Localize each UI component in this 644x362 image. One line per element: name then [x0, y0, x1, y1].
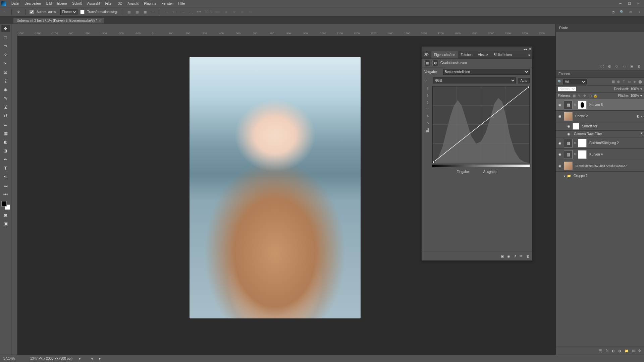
- lasso-tool[interactable]: ⊃: [1, 42, 10, 50]
- layer-name[interactable]: Kurven 5: [588, 103, 643, 107]
- layer-mask-thumb[interactable]: [578, 150, 587, 159]
- filter-entry-row[interactable]: ◉ Camera Raw-Filter ⊼: [556, 131, 644, 137]
- input-ramp[interactable]: [432, 165, 530, 167]
- visibility-icon[interactable]: ◉: [557, 153, 562, 156]
- menu-item[interactable]: Bild: [44, 2, 55, 5]
- quickmask-tool[interactable]: ◙: [1, 211, 10, 219]
- wand-tool[interactable]: ✧: [1, 51, 10, 58]
- cloud-docs-icon[interactable]: ◔: [610, 9, 616, 15]
- view-previous-icon[interactable]: ◉: [507, 254, 510, 258]
- filter-shape-icon[interactable]: ▭: [622, 64, 627, 69]
- transform-controls-checkbox[interactable]: [80, 10, 85, 14]
- filter-adjust-icon[interactable]: ◐: [607, 64, 612, 69]
- filter-pixel-icon[interactable]: ◯: [600, 64, 604, 69]
- mask-icon[interactable]: ◐: [612, 349, 615, 353]
- filter-smart-icon[interactable]: ▣: [629, 64, 634, 69]
- fx-icon[interactable]: fx: [606, 349, 608, 353]
- filter-blend-icon[interactable]: ⊼: [640, 132, 643, 136]
- histogram-icon[interactable]: ▟: [426, 128, 429, 132]
- layer-filter-type[interactable]: Art: [563, 79, 587, 84]
- expand-icon[interactable]: ▸: [564, 174, 566, 178]
- blur-tool[interactable]: ◐: [1, 138, 10, 145]
- edit-toolbar[interactable]: •••: [1, 190, 10, 198]
- group-icon[interactable]: 📁: [625, 349, 629, 353]
- align-top-icon[interactable]: ⊤: [164, 9, 169, 15]
- menu-item[interactable]: Ansicht: [125, 2, 142, 5]
- visibility-icon[interactable]: ◉: [557, 103, 562, 107]
- panel-tab-properties[interactable]: Eigenschaften: [431, 51, 458, 58]
- zoom-value[interactable]: 37,14%: [3, 357, 23, 360]
- menu-item[interactable]: 3D: [115, 2, 125, 5]
- sample-gray-icon[interactable]: ⁒: [427, 93, 429, 97]
- smartfilter-row[interactable]: ◉ Smartfilter: [556, 122, 644, 131]
- more-align-icon[interactable]: ⋮⋮: [188, 9, 194, 15]
- brush-tool[interactable]: ✎: [1, 95, 10, 102]
- marquee-tool[interactable]: ◻: [1, 34, 10, 41]
- layer-mask-thumb[interactable]: [578, 101, 587, 109]
- fg-color[interactable]: [1, 201, 7, 206]
- layer-name[interactable]: 11b0d5dcae835708d472f6d3f14ca4c7: [574, 164, 643, 168]
- blend-mode-select[interactable]: Normal: [558, 86, 576, 92]
- shape-tool[interactable]: ▭: [1, 182, 10, 189]
- layer-row[interactable]: ◉ ▦ ⛓ Kurven 5: [556, 99, 644, 111]
- adjustment-thumb[interactable]: ▦: [564, 101, 573, 109]
- menu-item[interactable]: Plug-ins: [141, 2, 159, 5]
- adjustment-icon[interactable]: ◑: [618, 349, 621, 353]
- document-tab[interactable]: Unbenannt-2 bei 37,1% (Kurven 5, Ebenenm…: [13, 18, 104, 23]
- workspace-icon[interactable]: ▭: [628, 9, 633, 15]
- search-type-icon[interactable]: 🔍: [558, 80, 562, 83]
- heal-tool[interactable]: ⊕: [1, 86, 10, 93]
- visibility-icon[interactable]: ◉: [566, 132, 571, 136]
- fill-dropdown-icon[interactable]: ▾: [640, 94, 642, 98]
- group-row[interactable]: ▸ 📁 Gruppe 1: [556, 172, 644, 180]
- document-image[interactable]: [190, 57, 361, 318]
- layer-name[interactable]: Smartfilter: [581, 124, 643, 128]
- search-icon[interactable]: 🔍: [619, 9, 625, 15]
- adjustment-thumb[interactable]: ▦: [564, 150, 573, 159]
- filter-vector-icon[interactable]: ▭: [627, 80, 631, 84]
- filter-toggle-icon[interactable]: ⬤: [638, 80, 642, 84]
- doc-info[interactable]: 1347 Px x 2000 Px (300 ppi): [30, 357, 72, 360]
- scroll-right-icon[interactable]: ▸: [99, 357, 101, 360]
- visibility-icon[interactable]: ◉: [557, 114, 562, 118]
- channel-select[interactable]: RGB: [433, 77, 516, 83]
- menu-item[interactable]: Fenster: [159, 2, 175, 5]
- layer-name[interactable]: Gruppe 1: [572, 174, 643, 178]
- align-bottom-icon[interactable]: ⊥: [180, 9, 185, 15]
- align-left-icon[interactable]: ▤: [126, 9, 131, 15]
- layer-row[interactable]: ◉ 11b0d5dcae835708d472f6d3f14ca4c7: [556, 160, 644, 172]
- screenmode-tool[interactable]: ▣: [1, 220, 10, 227]
- delete-icon[interactable]: 🗑: [638, 349, 641, 353]
- layer-row[interactable]: ◉ ▦ ⛓ Farbton/Sättigung 2: [556, 137, 644, 149]
- panel-tab-paragraph[interactable]: Absatz: [475, 51, 491, 58]
- doc-info-dropdown-icon[interactable]: ▸: [79, 357, 81, 360]
- menu-item[interactable]: Filter: [103, 2, 115, 5]
- layers-panel-title[interactable]: Ebenen: [556, 70, 644, 78]
- color-swatches[interactable]: [1, 201, 10, 210]
- layer-row[interactable]: ◉ Ebene 2 ◐ ▴: [556, 111, 644, 122]
- lock-move-icon[interactable]: ✥: [583, 94, 587, 98]
- layer-name[interactable]: Kurven 4: [588, 153, 643, 156]
- layer-name[interactable]: Farbton/Sättigung 2: [588, 141, 643, 145]
- distribute-icon[interactable]: ☰: [150, 9, 156, 15]
- lock-pixels-icon[interactable]: ▦: [572, 94, 576, 98]
- tab-close-icon[interactable]: ×: [99, 19, 101, 22]
- pen-tool[interactable]: ✒: [1, 156, 10, 163]
- clip-icon[interactable]: ▣: [501, 254, 504, 258]
- collapse-icon[interactable]: ▴: [641, 114, 643, 118]
- panel-tab-character[interactable]: Zeichen: [458, 51, 475, 58]
- auto-select-checkbox[interactable]: [30, 10, 34, 14]
- curve-edit-icon[interactable]: 〰: [426, 107, 429, 111]
- eyedropper-tool[interactable]: ⁒: [1, 77, 10, 84]
- lock-position-icon[interactable]: ✎: [577, 94, 581, 98]
- smooth-curve-icon[interactable]: ∿: [426, 121, 429, 125]
- reset-icon[interactable]: ↺: [514, 254, 516, 258]
- visibility-icon[interactable]: ◉: [557, 141, 562, 145]
- visibility-icon[interactable]: ◉: [566, 124, 571, 128]
- type-tool[interactable]: T: [1, 164, 10, 172]
- sample-black-icon[interactable]: ⁒: [427, 100, 429, 104]
- filter-type-icon[interactable]: ◇: [614, 64, 619, 69]
- auto-button[interactable]: Auto: [518, 78, 530, 83]
- crop-tool[interactable]: ✂: [1, 60, 10, 67]
- history-brush-tool[interactable]: ↺: [1, 112, 10, 119]
